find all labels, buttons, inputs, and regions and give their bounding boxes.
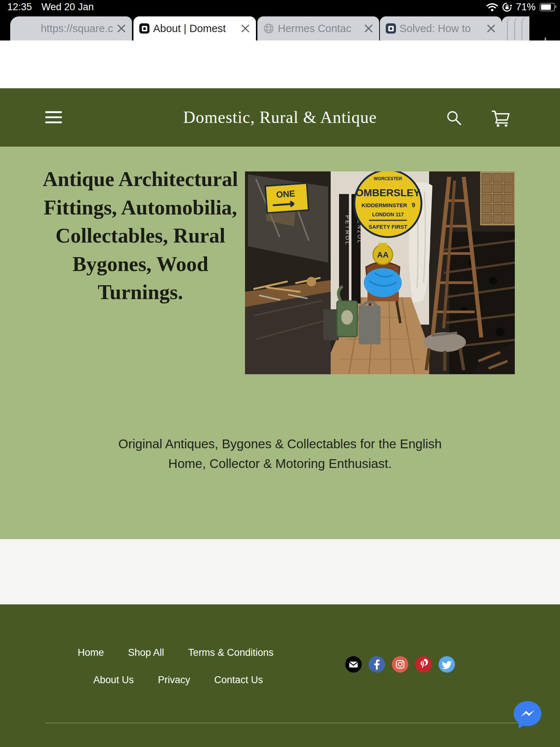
svg-text:OMBERSLEY: OMBERSLEY [355,187,420,198]
hero-subtitle: Original Antiques, Bygones & Collectable… [116,434,444,474]
instagram-icon[interactable] [392,656,408,673]
site-header: Domestic, Rural & Antique [0,88,560,147]
screen: 12:35 Wed 20 Jan 71% https://square.c [0,0,560,747]
footer-link-about-us[interactable]: About Us [93,674,134,686]
svg-text:WORCESTER: WORCESTER [374,176,402,181]
browser-nav-bar: domesticruralantique.co.uk 8 [0,40,560,88]
tab-square[interactable]: https://square.c [10,16,132,40]
tab-title: https://square.c [20,23,113,35]
facebook-icon[interactable] [369,656,385,673]
status-bar: 12:35 Wed 20 Jan 71% [0,0,560,14]
svg-text:AA: AA [377,250,389,259]
hero-heading: Antique Architectural Fittings, Automobi… [35,165,246,306]
email-icon[interactable] [345,656,362,673]
tab-title: Hermes Contac [278,23,360,35]
status-time: 12:35 [7,1,32,13]
svg-text:LONDON 117: LONDON 117 [372,212,404,217]
twitter-icon[interactable] [439,656,455,673]
pinterest-icon[interactable] [415,656,432,673]
messenger-chat-button[interactable] [513,700,542,731]
svg-text:PETROL: PETROL [345,215,351,246]
battery-icon [540,3,555,11]
svg-text:KIDDERMINSTER: KIDDERMINSTER [361,202,407,208]
stacked-tabs[interactable] [502,16,529,40]
footer-divider [45,723,521,723]
footer-links-row-1: Home Shop All Terms & Conditions [78,647,273,658]
footer-link-home[interactable]: Home [78,647,104,658]
hero-section: Antique Architectural Fittings, Automobi… [0,147,560,539]
square-favicon-icon [139,23,149,34]
tab-title: About | Domest [153,23,237,35]
footer-link-shop-all[interactable]: Shop All [128,647,164,658]
browser-tab-strip: https://square.c About | Domest Hermes C… [0,14,560,40]
search-icon[interactable] [446,109,462,126]
battery-percent: 71% [516,1,536,13]
status-date: Wed 20 Jan [42,1,94,13]
social-icons [345,656,455,673]
close-icon[interactable] [486,24,496,33]
site-title: Domestic, Rural & Antique [0,88,560,147]
footer-links-row-2: About Us Privacy Contact Us [93,674,263,686]
globe-icon [263,23,274,34]
close-icon[interactable] [117,24,126,33]
shop-interior-photo: PETROL BENZOL WORCESTER OMBERSLEY KIDDER… [245,171,515,374]
close-icon[interactable] [241,24,250,33]
site-footer: Home Shop All Terms & Conditions About U… [0,604,560,747]
tab-solved[interactable]: Solved: How to [380,16,502,40]
spacer-section [0,539,560,604]
tab-title: Solved: How to [400,23,483,35]
cart-icon[interactable] [491,109,510,128]
wifi-icon [486,3,498,12]
square-community-favicon-icon [386,23,396,34]
svg-text:SAFETY FIRST: SAFETY FIRST [369,224,407,230]
footer-link-contact-us[interactable]: Contact Us [214,674,263,686]
svg-text:ONE: ONE [276,188,295,200]
footer-link-terms[interactable]: Terms & Conditions [188,647,273,658]
tab-hermes[interactable]: Hermes Contac [257,16,379,40]
close-icon[interactable] [364,24,373,33]
tab-about-domestic[interactable]: About | Domest [133,16,256,40]
svg-text:9: 9 [412,202,415,209]
footer-link-privacy[interactable]: Privacy [158,674,190,686]
orientation-lock-icon [502,2,512,12]
